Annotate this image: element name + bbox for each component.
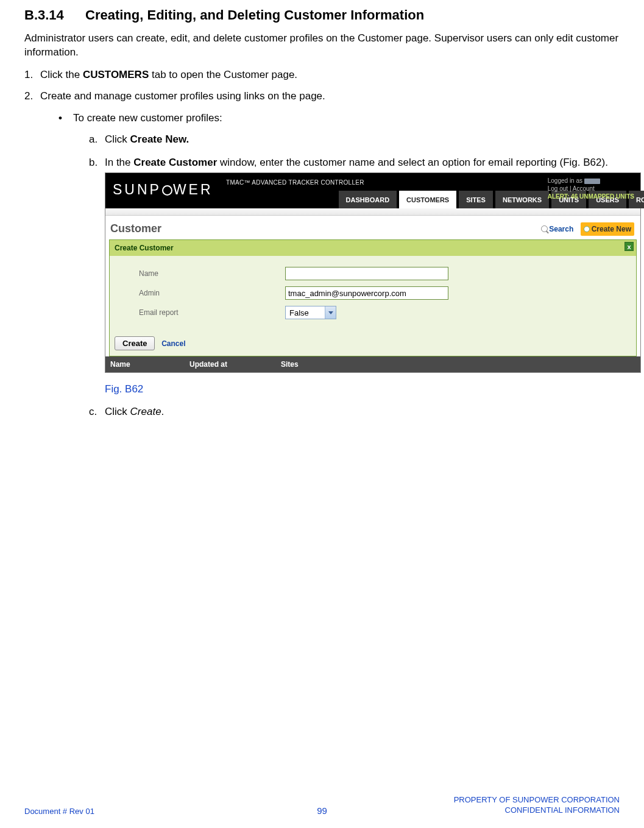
app-logo: SUNPWER [105, 174, 221, 209]
page-header-row: Customer Search Create New [105, 216, 640, 239]
section-number: B.3.14 [24, 7, 85, 23]
add-icon [584, 226, 590, 232]
search-icon [541, 225, 548, 232]
bullet-create-profiles: To create new customer profiles: a. Clic… [58, 110, 620, 420]
app-subbar [105, 208, 640, 216]
section-heading: B.3.14Creating, Editing, and Deleting Cu… [24, 7, 620, 23]
step-a: a. Click Create New. [89, 132, 620, 147]
create-new-link[interactable]: Create New [581, 222, 634, 236]
email-report-label: Email report [139, 307, 285, 318]
chevron-down-icon [325, 306, 336, 319]
col-sites: Sites [281, 359, 635, 370]
cancel-link[interactable]: Cancel [161, 339, 185, 348]
tab-dashboard[interactable]: DASHBOARD [339, 191, 397, 209]
intro-paragraph: Administrator users can create, edit, an… [24, 32, 620, 60]
dialog-actions: Create Cancel [110, 331, 636, 356]
account-link[interactable]: Account [573, 185, 595, 192]
logo-o-icon [162, 185, 172, 196]
alert-banner: ALERT: 46 UNMAPPED UNITS [548, 193, 634, 200]
col-name: Name [110, 359, 189, 370]
section-title: Creating, Editing, and Deleting Customer… [85, 7, 424, 23]
search-link[interactable]: Search [549, 225, 573, 233]
step-2: 2. Create and manage customer profiles u… [24, 88, 620, 420]
footer-page-number: 99 [224, 805, 420, 816]
footer-left: Document # Rev 01 [24, 807, 221, 816]
step-c: c. Click Create. [89, 404, 620, 420]
dialog-header: Create Customer x [110, 240, 636, 256]
figure-caption: Fig. B62 [105, 381, 620, 397]
figure-b62: SUNPWER TMAC™ ADVANCED TRACKER CONTROLLE… [105, 172, 641, 373]
username-redacted [584, 179, 600, 184]
customer-table-header: Name Updated at Sites [105, 356, 640, 372]
app-subtitle: TMAC™ ADVANCED TRACKER CONTROLLER [226, 178, 364, 187]
create-button[interactable]: Create [115, 336, 155, 350]
page-actions: Search Create New [541, 222, 634, 236]
name-input[interactable] [285, 267, 448, 280]
email-report-select[interactable]: False [285, 306, 336, 319]
app-header: SUNPWER TMAC™ ADVANCED TRACKER CONTROLLE… [105, 173, 640, 208]
step-b: b. In the Create Customer window, enter … [89, 155, 620, 397]
name-label: Name [139, 268, 285, 279]
page-footer: Document # Rev 01 99 PROPERTY OF SUNPOWE… [24, 795, 620, 816]
col-updated: Updated at [189, 359, 281, 370]
tab-networks[interactable]: NETWORKS [495, 191, 549, 209]
tab-customers[interactable]: CUSTOMERS [399, 191, 456, 209]
page-title: Customer [110, 221, 161, 237]
dialog-body: Name Admin Email report [110, 256, 636, 331]
admin-input[interactable] [285, 286, 448, 300]
dialog-title: Create Customer [115, 244, 174, 252]
admin-label: Admin [139, 288, 285, 299]
close-icon[interactable]: x [625, 242, 634, 251]
tab-sites[interactable]: SITES [459, 191, 493, 209]
footer-right: PROPERTY OF SUNPOWER CORPORATION CONFIDE… [423, 795, 620, 816]
create-customer-dialog: Create Customer x Name Admin [109, 239, 637, 356]
logout-link[interactable]: Log out [548, 185, 568, 192]
step-1: 1. Click the CUSTOMERS tab to open the C… [24, 67, 620, 83]
header-user-info: Logged in as Log out | Account ALERT: 46… [548, 177, 634, 200]
